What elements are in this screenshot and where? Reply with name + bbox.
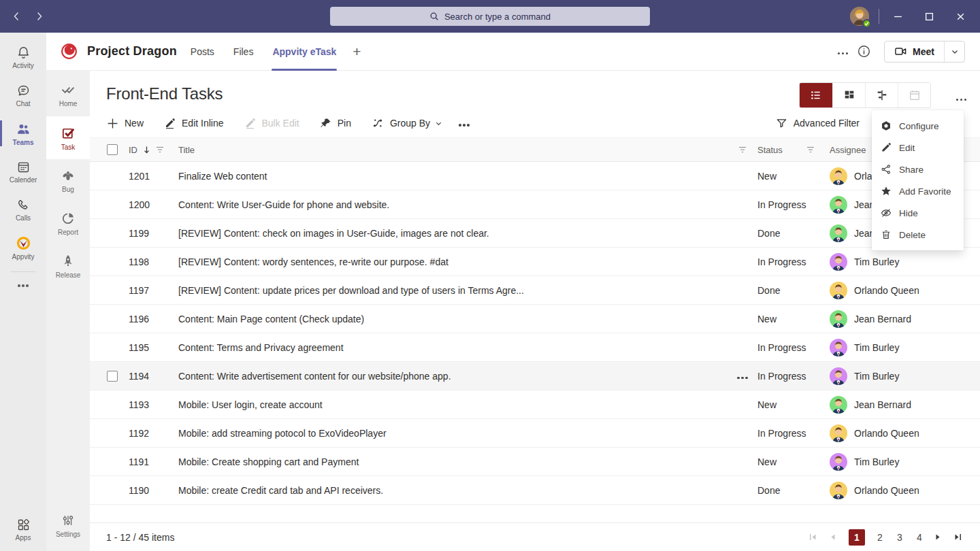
menu-item-configure[interactable]: Configure bbox=[872, 115, 964, 137]
calendar-view-button[interactable] bbox=[898, 83, 930, 107]
tab-posts[interactable]: Posts bbox=[181, 33, 224, 70]
table-row[interactable]: 1192 Mobile: add streaming potocol to Ex… bbox=[90, 419, 980, 448]
module-item-home[interactable]: Home bbox=[46, 73, 90, 116]
table-row[interactable]: 1199 [REVIEW] Content: check on images i… bbox=[90, 219, 980, 248]
menu-item-hide[interactable]: Hide bbox=[872, 202, 964, 224]
menu-item-add-favorite[interactable]: Add Favorite bbox=[872, 180, 964, 202]
report-icon bbox=[61, 211, 76, 226]
bulk-edit-button[interactable]: Bulk Edit bbox=[244, 118, 299, 129]
tab-files[interactable]: Files bbox=[224, 33, 263, 70]
page-title: Front-End Tasks bbox=[106, 84, 223, 103]
meet-dropdown-button[interactable] bbox=[944, 41, 964, 62]
sidebar-item-teams[interactable]: Teams bbox=[0, 114, 46, 152]
page-button-3[interactable]: 3 bbox=[895, 532, 904, 543]
gantt-view-button[interactable] bbox=[865, 83, 898, 107]
user-avatar[interactable] bbox=[850, 7, 869, 26]
sidebar-item-chat[interactable]: Chat bbox=[0, 76, 46, 114]
meet-button[interactable]: Meet bbox=[885, 41, 944, 62]
sidebar-item-calls[interactable]: Calls bbox=[0, 190, 46, 229]
row-actions-button[interactable] bbox=[741, 371, 743, 381]
toolbar-more-button[interactable] bbox=[463, 118, 465, 129]
assignee-avatar bbox=[830, 453, 847, 471]
table-row[interactable]: 1195 Content: Terms and Privacy agreemen… bbox=[90, 333, 980, 362]
table-row[interactable]: 1193 Mobile: User login, create account … bbox=[90, 390, 980, 419]
maximize-button[interactable] bbox=[913, 0, 945, 33]
filter-icon[interactable] bbox=[156, 146, 164, 153]
task-title: [REVIEW] Content: wordy sentences, re-wr… bbox=[178, 256, 728, 267]
task-id: 1201 bbox=[127, 171, 178, 182]
table-row[interactable]: 1190 Mobile: create Credit card tab and … bbox=[90, 476, 980, 505]
board-view-icon bbox=[843, 89, 855, 101]
menu-item-delete[interactable]: Delete bbox=[872, 224, 964, 246]
module-item-release[interactable]: Release bbox=[46, 245, 90, 288]
table-row[interactable]: 1198 [REVIEW] Content: wordy sentences, … bbox=[90, 248, 980, 276]
module-item-task[interactable]: Task bbox=[46, 116, 90, 159]
previous-page-button[interactable] bbox=[829, 533, 838, 541]
page-button-1[interactable]: 1 bbox=[849, 529, 865, 546]
new-button[interactable]: New bbox=[107, 118, 144, 129]
table-row[interactable]: 1200 Content: Write User-Guide for phone… bbox=[90, 190, 980, 219]
tab-appvity-etask[interactable]: Appvity eTask bbox=[263, 33, 346, 70]
menu-item-share[interactable]: Share bbox=[872, 158, 964, 180]
app-rail: Activity Chat Teams Calender Calls Appvi… bbox=[0, 33, 46, 551]
advanced-filter-button[interactable]: Advanced Filter bbox=[776, 118, 860, 129]
board-view-button[interactable] bbox=[832, 83, 865, 107]
skip-to-first-icon bbox=[809, 533, 817, 541]
assignee-name: Jean Bernard bbox=[854, 399, 911, 410]
module-item-report[interactable]: Report bbox=[46, 202, 90, 245]
close-button[interactable] bbox=[945, 0, 976, 33]
page-button-4[interactable]: 4 bbox=[915, 532, 924, 543]
view-options-more-button[interactable] bbox=[960, 93, 962, 103]
menu-item-edit[interactable]: Edit bbox=[872, 137, 964, 158]
more-apps-button[interactable] bbox=[0, 277, 46, 295]
list-view-button[interactable] bbox=[800, 83, 832, 107]
group-by-button[interactable]: Group By bbox=[372, 117, 442, 129]
column-header-id[interactable]: ID bbox=[129, 145, 137, 155]
chevron-right-icon bbox=[34, 11, 45, 22]
column-header-title[interactable]: Title bbox=[178, 145, 728, 155]
assignee-name: Orlando Queen bbox=[854, 285, 919, 296]
table-row[interactable]: 1191 Mobile: Create shopping cart and Pa… bbox=[90, 448, 980, 476]
assignee-name: Tim Burley bbox=[854, 371, 899, 382]
add-tab-button[interactable]: + bbox=[348, 44, 365, 60]
table-row[interactable]: 1194 Content: Write advertisement conten… bbox=[90, 362, 980, 390]
plus-icon bbox=[107, 118, 118, 129]
sort-desc-icon[interactable] bbox=[143, 146, 150, 154]
last-page-button[interactable] bbox=[954, 533, 964, 541]
next-page-button[interactable] bbox=[934, 533, 944, 541]
row-checkbox[interactable] bbox=[107, 371, 118, 382]
back-button[interactable] bbox=[10, 10, 23, 23]
task-status: New bbox=[757, 399, 830, 410]
table-row[interactable]: 1197 [REVIEW] Content: update prices per… bbox=[90, 276, 980, 305]
page-button-2[interactable]: 2 bbox=[875, 532, 885, 543]
maximize-icon bbox=[925, 12, 934, 21]
pager: 1 2 3 4 bbox=[809, 529, 964, 546]
assignee-name: Orlando Queen bbox=[854, 428, 919, 439]
edit-inline-button[interactable]: Edit Inline bbox=[164, 118, 223, 129]
task-table-body: 1201 Finalize Web content New Orlando Qu… bbox=[90, 162, 980, 505]
gantt-view-icon bbox=[876, 89, 888, 101]
module-item-settings[interactable]: Settings bbox=[46, 504, 90, 547]
channel-info-button[interactable] bbox=[858, 45, 870, 58]
sidebar-item-apps[interactable]: Apps bbox=[0, 510, 46, 548]
sidebar-item-activity[interactable]: Activity bbox=[0, 38, 46, 76]
home-icon bbox=[61, 82, 76, 97]
search-input[interactable]: Search or type a command bbox=[330, 7, 650, 26]
column-header-status[interactable]: Status bbox=[757, 145, 783, 155]
filter-icon[interactable] bbox=[806, 146, 815, 153]
table-row[interactable]: 1196 Content: Main Page content (Check u… bbox=[90, 305, 980, 333]
table-row[interactable]: 1201 Finalize Web content New Orlando Qu… bbox=[90, 162, 980, 190]
sidebar-item-appvity[interactable]: Appvity bbox=[0, 229, 46, 267]
assignee-name: Tim Burley bbox=[854, 456, 899, 467]
first-page-button[interactable] bbox=[809, 533, 819, 541]
forward-button[interactable] bbox=[33, 10, 46, 23]
select-all-checkbox[interactable] bbox=[107, 144, 118, 155]
minimize-button[interactable] bbox=[882, 0, 913, 33]
pencil-icon bbox=[164, 118, 176, 129]
pin-button[interactable]: Pin bbox=[320, 118, 351, 129]
module-item-bug[interactable]: Bug bbox=[46, 159, 90, 202]
channel-more-button[interactable] bbox=[842, 46, 844, 56]
gear-icon bbox=[881, 120, 892, 131]
sidebar-item-calendar[interactable]: Calender bbox=[0, 152, 46, 190]
filter-icon[interactable] bbox=[738, 146, 747, 153]
